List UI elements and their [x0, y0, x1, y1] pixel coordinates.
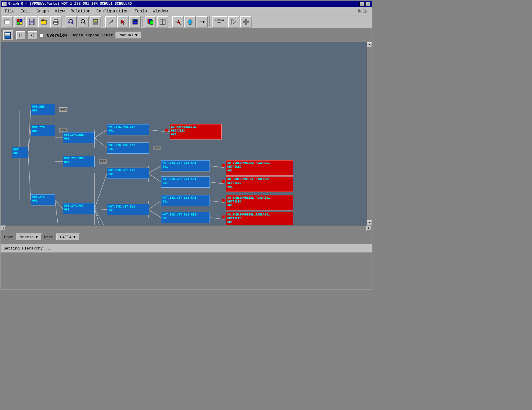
svg-rect-5: [17, 22, 19, 25]
node-mot-zyk-nwe-4zy[interactable]: MOT.ZYK.NWE.4ZY001: [107, 142, 149, 154]
node-mot-zyk-nwe-2zy[interactable]: MOT.ZYK.NWE.2ZY001: [107, 124, 149, 135]
filter-button[interactable]: [90, 16, 101, 27]
node-ko-nockenwelle[interactable]: KO_NOCKENWELLEDETAILED001: [170, 124, 222, 140]
node-ko-schlepphebel-einlass1-b[interactable]: KO_SCHLEPPHEBEL_EINLASS1DETAILED001: [226, 212, 293, 225]
node-mot-neb[interactable]: MOT.NEB001: [31, 104, 55, 115]
node-vst-zy1-ka1-b[interactable]: MOT.ZYK.VST.ZY1.KA1001: [161, 195, 210, 206]
minimize-button[interactable]: _: [359, 2, 364, 6]
svg-line-63: [148, 166, 161, 173]
grid2-button[interactable]: [157, 16, 168, 27]
vertical-scrollbar[interactable]: ▲ ▼: [366, 42, 372, 225]
menu-tools[interactable]: Tools: [132, 8, 150, 14]
overview-label: Overview: [47, 33, 67, 38]
toolbar-sep-5: [209, 17, 210, 27]
menu-graph[interactable]: Graph: [33, 8, 52, 14]
scroll-track[interactable]: [367, 47, 372, 220]
node-vst-zy1-ke1-b[interactable]: MOT.ZYK.VST.ZY1.KE1001: [161, 212, 210, 223]
menu-view[interactable]: View: [52, 8, 68, 14]
nav-back-button[interactable]: ⟨⟨: [16, 31, 25, 40]
session-info-button[interactable]: SESSIONINFO: [212, 16, 227, 27]
title-icon: [2, 2, 7, 6]
arrow-button[interactable]: [197, 16, 208, 27]
node-mot-zyk-vst-zy1[interactable]: MOT.ZYK.VST.ZY1001: [107, 168, 149, 179]
grid-button[interactable]: [14, 16, 25, 27]
pick-button[interactable]: [117, 16, 129, 27]
expand-button[interactable]: [184, 16, 196, 27]
scroll-left-button[interactable]: ◀: [1, 226, 6, 231]
menu-edit[interactable]: Edit: [18, 8, 34, 14]
status-bar: Getting Hierarchy ...: [1, 244, 372, 252]
svg-line-59: [95, 209, 107, 210]
expander-nwe-4zy[interactable]: >>>: [153, 146, 161, 150]
gear2-button[interactable]: [240, 16, 252, 27]
node-mot-zyk-vst-zy3[interactable]: MOT.ZYK.VST.ZY3001: [107, 225, 149, 225]
open-button[interactable]: [2, 16, 13, 27]
maximize-button[interactable]: □: [365, 2, 370, 6]
graph-area[interactable]: MOT001 MOT.NEB001 >>> MOT.ZYB001 >>> MOT…: [1, 42, 372, 225]
node-vst-zy1-ka1-a[interactable]: MOT.ZYK.VST.ZY1.KA1001: [161, 160, 210, 171]
copy-button[interactable]: [145, 16, 156, 27]
svg-rect-39: [245, 19, 246, 21]
folder-button[interactable]: [38, 16, 49, 27]
nav-forward-button[interactable]: ⟩⟩: [28, 31, 37, 40]
catia-arrow-icon: ▼: [73, 235, 76, 239]
nav-right-button[interactable]: [228, 16, 239, 27]
red-square-auslass1-b: [222, 199, 225, 202]
svg-rect-41: [243, 21, 245, 22]
cut-button[interactable]: [172, 16, 184, 27]
catia-label: CATIA: [60, 235, 72, 239]
node-vst-zy1-ke1-a[interactable]: MOT.ZYK.VST.ZY1.KE1001: [161, 176, 210, 188]
svg-line-64: [148, 173, 161, 182]
node-ko-schlepphebel-einlass1-a[interactable]: KO_SCHLEPPHEBEL_EINLASS1DETAILED001: [226, 176, 293, 192]
red-square-auslass1-a: [222, 164, 225, 167]
node-ko-schlepphebel-auslass1-a[interactable]: KO_SCHLEPPHEBEL_AUSLASS1DETAILED001: [226, 160, 293, 176]
manual-button[interactable]: Manual ▼: [116, 32, 142, 39]
svg-text:DATA: DATA: [133, 20, 135, 21]
catia-button[interactable]: CATIA ▼: [56, 234, 80, 241]
svg-line-61: [95, 209, 107, 225]
menu-file[interactable]: File: [2, 8, 18, 14]
svg-rect-42: [247, 21, 249, 22]
node-ko-schlepphebel-auslass1-b[interactable]: KO_SCHLEPPHEBEL_AUSLASS1DETAILED001: [226, 195, 293, 210]
svg-rect-8: [30, 19, 33, 21]
node-mot-zyk-vst-zy2[interactable]: MOT.ZYK.VST.ZY2001: [107, 204, 149, 215]
svg-line-73: [148, 130, 165, 132]
zoom-button[interactable]: [66, 16, 77, 27]
menu-window[interactable]: Window: [150, 8, 171, 14]
node-mot[interactable]: MOT001: [12, 147, 28, 158]
models-button[interactable]: Models ▼: [16, 234, 42, 241]
scroll-right-button[interactable]: ▶: [366, 226, 372, 231]
svg-rect-10: [41, 20, 46, 24]
svg-rect-46: [5, 35, 10, 36]
svg-point-38: [245, 21, 247, 23]
svg-line-47: [28, 110, 31, 153]
svg-line-60: [95, 209, 107, 225]
node-mot-zyk-vst[interactable]: MOT.ZYK.VST001: [63, 203, 95, 214]
expander-ven[interactable]: >>>: [99, 159, 107, 163]
red-square-einlass1-a: [222, 180, 225, 183]
node-mot-zyk-ven[interactable]: MOT.ZYK.VEN001: [63, 156, 95, 167]
menu-help[interactable]: Help: [355, 8, 371, 14]
scroll-up-button[interactable]: ▲: [367, 42, 372, 47]
svg-line-48: [28, 130, 31, 153]
menu-relation[interactable]: Relation: [68, 8, 93, 14]
scroll-down-button[interactable]: ▼: [367, 220, 372, 225]
ctrl-bar: ⟨⟨ ⟩⟩ Overview Depth expand limit Manual…: [1, 29, 372, 42]
data-button[interactable]: DATA: [129, 16, 141, 27]
models-arrow-icon: ▼: [35, 235, 38, 239]
node-mot-zyk-nwe[interactable]: MOT.ZYK.NWE001: [63, 132, 95, 143]
print-button[interactable]: [50, 16, 61, 27]
svg-marker-37: [232, 19, 236, 25]
expander-mot-neb[interactable]: >>>: [59, 107, 67, 112]
menu-bar: File Edit Graph View Relation Configurat…: [1, 7, 372, 15]
node-mot-zyk[interactable]: MOT.ZYK001: [31, 194, 55, 205]
overview-checkbox[interactable]: [40, 33, 43, 37]
search-button[interactable]: [78, 16, 89, 27]
node-mot-zyb[interactable]: MOT.ZYB001: [31, 125, 55, 136]
wrench-button[interactable]: [105, 16, 116, 27]
menu-configuration[interactable]: Configuration: [93, 8, 132, 14]
book-button[interactable]: [3, 30, 14, 40]
save-button[interactable]: [26, 16, 37, 27]
expander-mot-zyb[interactable]: >>>: [59, 128, 67, 132]
horizontal-scrollbar[interactable]: ◀ ▶: [1, 225, 372, 231]
